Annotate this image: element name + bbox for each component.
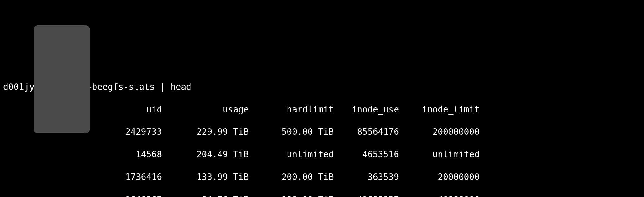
- header-usage: usage: [162, 104, 249, 115]
- header-hardlimit: hardlimit: [249, 104, 334, 115]
- usage-cell: 84.76 TiB: [162, 194, 249, 197]
- redaction-overlay: [34, 25, 90, 133]
- table-row: 1736416133.99 TiB200.00 TiB3635392000000…: [3, 172, 641, 183]
- inode-use-cell: 41685157: [334, 194, 399, 197]
- uid-cell: 2429733: [84, 126, 162, 138]
- usage-cell: 204.49 TiB: [162, 149, 249, 160]
- inode-use-cell: 363539: [334, 172, 399, 183]
- command-line: d001jyalim$~>get-beegfs-stats | head: [3, 81, 641, 93]
- inode-use-cell: 85564176: [334, 126, 399, 138]
- uid-cell: 1736416: [84, 172, 162, 183]
- hardlimit-cell: unlimited: [249, 149, 334, 160]
- header-uid: uid: [84, 104, 162, 115]
- uid-cell: 14568: [84, 149, 162, 160]
- table-row: 2429733229.99 TiB500.00 TiB8556417620000…: [3, 126, 641, 138]
- hardlimit-cell: 500.00 TiB: [249, 126, 334, 138]
- inode-limit-cell: unlimited: [399, 149, 480, 160]
- usage-cell: 133.99 TiB: [162, 172, 249, 183]
- inode-limit-cell: 40000000: [399, 194, 480, 197]
- inode-limit-cell: 20000000: [399, 172, 480, 183]
- usage-cell: 229.99 TiB: [162, 126, 249, 138]
- hardlimit-cell: 100.00 TiB: [249, 194, 334, 197]
- table-header: useruidusagehardlimitinode_useinode_limi…: [3, 104, 641, 115]
- inode-limit-cell: 200000000: [399, 126, 480, 138]
- header-inode-use: inode_use: [334, 104, 399, 115]
- prompt-host: d001: [3, 82, 24, 92]
- header-inode-limit: inode_limit: [399, 104, 480, 115]
- terminal-output[interactable]: d001jyalim$~>get-beegfs-stats | head use…: [3, 70, 641, 197]
- table-row: 14568204.49 TiBunlimited4653516unlimited: [3, 149, 641, 160]
- table-row: 164616784.76 TiB100.00 TiB41685157400000…: [3, 194, 641, 197]
- uid-cell: 1646167: [84, 194, 162, 197]
- inode-use-cell: 4653516: [334, 149, 399, 160]
- hardlimit-cell: 200.00 TiB: [249, 172, 334, 183]
- table-body: 2429733229.99 TiB500.00 TiB8556417620000…: [3, 126, 641, 197]
